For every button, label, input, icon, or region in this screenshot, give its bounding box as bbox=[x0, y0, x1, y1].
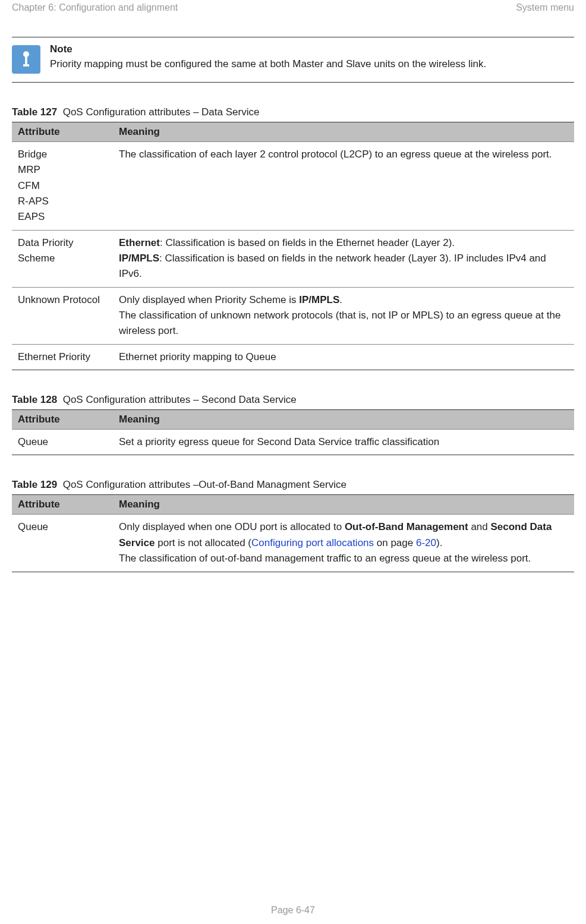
note-box: Note Priority mapping must be configured… bbox=[12, 37, 574, 83]
attr-line: Bridge bbox=[18, 149, 47, 160]
bold-text: IP/MPLS bbox=[119, 253, 159, 264]
note-title: Note bbox=[50, 43, 574, 55]
text: The classification of unknown network pr… bbox=[119, 310, 560, 336]
bold-text: Ethernet bbox=[119, 237, 160, 248]
text: port is not allocated ( bbox=[155, 537, 252, 548]
table-129-caption: Table 129 QoS Configuration attributes –… bbox=[12, 479, 574, 491]
note-body: Priority mapping must be configured the … bbox=[50, 56, 574, 72]
table-128: Attribute Meaning Queue Set a priority e… bbox=[12, 409, 574, 455]
cell-attribute: Bridge MRP CFM R-APS EAPS bbox=[12, 142, 113, 231]
bold-text: IP/MPLS bbox=[299, 294, 339, 305]
link-configuring-port-allocations[interactable]: Configuring port allocations bbox=[251, 537, 374, 548]
page-header: Chapter 6: Configuration and alignment S… bbox=[12, 0, 574, 37]
cell-meaning: Only displayed when Priority Scheme is I… bbox=[113, 287, 574, 344]
table-label: Table 129 bbox=[12, 479, 57, 490]
table-label: Table 128 bbox=[12, 394, 57, 405]
table-caption-text: QoS Configuration attributes – Second Da… bbox=[63, 394, 297, 405]
table-row: Queue Only displayed when one ODU port i… bbox=[12, 515, 574, 572]
table-header-attribute: Attribute bbox=[12, 410, 113, 430]
link-page-6-20[interactable]: 6-20 bbox=[416, 537, 436, 548]
table-row: Unknown Protocol Only displayed when Pri… bbox=[12, 287, 574, 344]
cell-meaning: Ethernet: Classification is based on fie… bbox=[113, 230, 574, 287]
table-header-meaning: Meaning bbox=[113, 122, 574, 142]
attr-line: MRP bbox=[18, 164, 40, 175]
table-row: Ethernet Priority Ethernet priority mapp… bbox=[12, 344, 574, 370]
cell-attribute: Unknown Protocol bbox=[12, 287, 113, 344]
table-127-caption: Table 127 QoS Configuration attributes –… bbox=[12, 106, 574, 118]
cell-meaning: Set a priority egress queue for Second D… bbox=[113, 430, 574, 455]
cell-meaning: Only displayed when one ODU port is allo… bbox=[113, 515, 574, 572]
attr-line: CFM bbox=[18, 180, 40, 191]
text: on page bbox=[374, 537, 416, 548]
svg-point-0 bbox=[24, 52, 29, 57]
header-right: System menu bbox=[516, 2, 574, 13]
cell-meaning: The classification of each layer 2 contr… bbox=[113, 142, 574, 231]
table-header-meaning: Meaning bbox=[113, 410, 574, 430]
table-header-attribute: Attribute bbox=[12, 495, 113, 515]
text: : Classification is based on fields in t… bbox=[160, 237, 455, 248]
text: . bbox=[339, 294, 342, 305]
attr-line: R-APS bbox=[18, 195, 49, 207]
bold-text: Out-of-Band Management bbox=[345, 521, 468, 532]
text: ). bbox=[436, 537, 442, 548]
table-header-attribute: Attribute bbox=[12, 122, 113, 142]
table-row: Bridge MRP CFM R-APS EAPS The classifica… bbox=[12, 142, 574, 231]
cell-attribute: Data Priority Scheme bbox=[12, 230, 113, 287]
note-text: Note Priority mapping must be configured… bbox=[50, 43, 574, 74]
text: : Classification is based on fields in t… bbox=[119, 253, 546, 279]
table-row: Data Priority Scheme Ethernet: Classific… bbox=[12, 230, 574, 287]
cell-attribute: Ethernet Priority bbox=[12, 344, 113, 370]
cell-meaning: Ethernet priority mapping to Queue bbox=[113, 344, 574, 370]
cell-attribute: Queue bbox=[12, 430, 113, 455]
page-footer: Page 6-47 bbox=[0, 905, 586, 916]
text: and bbox=[468, 521, 491, 532]
table-129: Attribute Meaning Queue Only displayed w… bbox=[12, 494, 574, 572]
header-left: Chapter 6: Configuration and alignment bbox=[12, 2, 178, 13]
text: Only displayed when Priority Scheme is bbox=[119, 294, 299, 305]
cell-attribute: Queue bbox=[12, 515, 113, 572]
table-row: Queue Set a priority egress queue for Se… bbox=[12, 430, 574, 455]
note-icon bbox=[12, 45, 40, 74]
text: The classification of out-of-band manage… bbox=[119, 553, 531, 564]
table-label: Table 127 bbox=[12, 106, 57, 118]
table-128-caption: Table 128 QoS Configuration attributes –… bbox=[12, 394, 574, 406]
table-header-meaning: Meaning bbox=[113, 495, 574, 515]
table-127: Attribute Meaning Bridge MRP CFM R-APS E… bbox=[12, 122, 574, 370]
table-caption-text: QoS Configuration attributes – Data Serv… bbox=[63, 106, 260, 118]
attr-line: EAPS bbox=[18, 211, 45, 222]
text: Only displayed when one ODU port is allo… bbox=[119, 521, 345, 532]
table-caption-text: QoS Configuration attributes –Out-of-Ban… bbox=[63, 479, 346, 490]
